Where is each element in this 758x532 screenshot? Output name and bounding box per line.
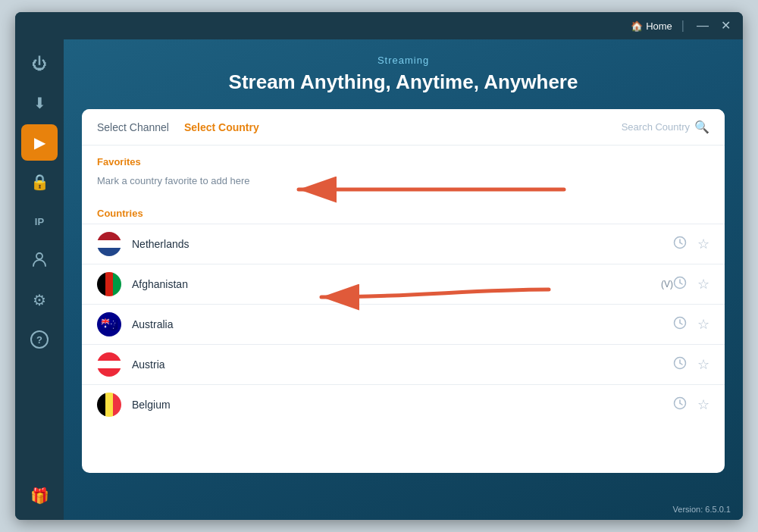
favorite-icon-austria[interactable]: ☆ (697, 356, 709, 373)
title-bar-controls: 🏠 Home | — ✕ (631, 19, 734, 33)
page-subtitle: Streaming (377, 55, 429, 66)
connect-icon-belgium[interactable] (673, 396, 687, 414)
sidebar-item-account[interactable] (21, 243, 58, 279)
countries-section-title: Countries (82, 197, 725, 224)
search-area: Search Country 🔍 (622, 120, 709, 134)
country-badge-afghanistan: (V) (661, 279, 673, 289)
sidebar-item-privacy[interactable]: 🔒 (21, 164, 58, 200)
close-button[interactable]: ✕ (718, 20, 734, 32)
country-row[interactable]: Netherlands ☆ (82, 224, 725, 264)
connect-icon-australia[interactable] (673, 316, 687, 333)
sidebar-item-gift[interactable]: 🎁 (21, 477, 58, 514)
favorites-section-title: Favorites (82, 146, 725, 172)
play-icon: ▶ (34, 133, 45, 152)
tab-country[interactable]: Select Country (184, 121, 259, 133)
favorite-icon-afghanistan[interactable]: ☆ (697, 276, 709, 293)
help-icon: ? (30, 330, 49, 349)
title-separator: | (681, 19, 684, 33)
flag-austria (97, 352, 121, 377)
download-icon: ⬇ (33, 94, 46, 112)
flag-afghanistan (97, 272, 121, 296)
lock-icon: 🔒 (30, 173, 49, 191)
connect-icon-austria[interactable] (673, 356, 687, 374)
row-actions-australia: ☆ (673, 316, 709, 333)
gear-icon: ⚙ (33, 291, 46, 309)
gift-icon: 🎁 (30, 487, 49, 505)
flag-australia: 🇦🇺 (97, 312, 121, 336)
ip-icon: IP (35, 216, 44, 227)
streaming-card: Select Channel Select Country Search Cou… (82, 109, 725, 473)
country-name-australia: Australia (132, 318, 673, 330)
country-name-austria: Austria (132, 358, 673, 371)
sidebar-item-download[interactable]: ⬇ (21, 85, 58, 121)
tab-channel[interactable]: Select Channel (97, 121, 169, 133)
country-row[interactable]: Afghanistan (V) ☆ (82, 264, 725, 304)
favorite-icon-australia[interactable]: ☆ (697, 316, 709, 333)
country-name-belgium: Belgium (132, 399, 673, 411)
search-placeholder-text: Search Country (622, 121, 690, 133)
search-icon[interactable]: 🔍 (694, 120, 709, 134)
flag-belgium (97, 393, 121, 417)
card-body[interactable]: Favorites Mark a country favorite to add… (82, 146, 725, 473)
row-actions-netherlands: ☆ (673, 236, 709, 253)
country-row[interactable]: Austria ☆ (82, 344, 725, 384)
main-layout: ⏻ ⬇ ▶ 🔒 IP (15, 39, 743, 520)
sidebar-item-power[interactable]: ⏻ (21, 45, 58, 82)
app-window: 🏠 Home | — ✕ ⏻ ⬇ ▶ 🔒 IP (15, 12, 743, 520)
home-label: Home (646, 20, 672, 32)
power-icon: ⏻ (32, 55, 47, 73)
sidebar-item-ip[interactable]: IP (21, 203, 58, 239)
sidebar: ⏻ ⬇ ▶ 🔒 IP (15, 39, 64, 520)
sidebar-item-settings[interactable]: ⚙ (21, 282, 58, 318)
row-actions-belgium: ☆ (673, 396, 709, 414)
country-name-netherlands: Netherlands (132, 238, 673, 250)
page-title: Stream Anything, Anytime, Anywhere (229, 70, 578, 94)
favorites-empty-message: Mark a country favorite to add here (82, 172, 725, 197)
sidebar-item-stream[interactable]: ▶ (21, 124, 58, 161)
minimize-button[interactable]: — (694, 20, 712, 32)
country-row[interactable]: Belgium ☆ (82, 384, 725, 424)
connect-icon-afghanistan[interactable] (673, 276, 687, 293)
home-button[interactable]: 🏠 Home (631, 20, 672, 32)
favorite-icon-netherlands[interactable]: ☆ (697, 236, 709, 252)
account-icon (31, 251, 48, 271)
title-bar: 🏠 Home | — ✕ (15, 12, 743, 39)
connect-icon-netherlands[interactable] (673, 236, 687, 253)
home-icon: 🏠 (631, 20, 643, 32)
flag-netherlands (97, 232, 121, 256)
favorite-icon-belgium[interactable]: ☆ (697, 396, 709, 413)
card-header: Select Channel Select Country Search Cou… (82, 109, 725, 146)
sidebar-item-help[interactable]: ? (21, 321, 58, 358)
country-name-afghanistan: Afghanistan (132, 278, 655, 290)
version-text: Version: 6.5.0.1 (673, 505, 731, 514)
content-area: Streaming Stream Anything, Anytime, Anyw… (64, 39, 743, 520)
country-row[interactable]: 🇦🇺 Australia ☆ (82, 304, 725, 344)
svg-point-0 (36, 253, 42, 259)
row-actions-afghanistan: ☆ (673, 276, 709, 293)
row-actions-austria: ☆ (673, 356, 709, 374)
